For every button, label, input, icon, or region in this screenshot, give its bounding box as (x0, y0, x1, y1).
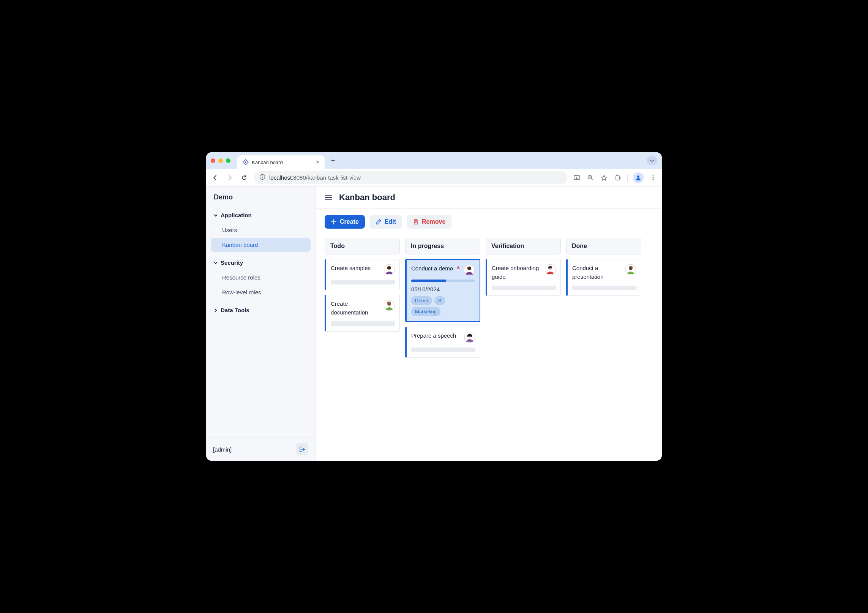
nav-group-label: Security (221, 259, 243, 266)
card-placeholder (411, 348, 475, 352)
tab-overflow-button[interactable] (647, 156, 657, 165)
svg-point-10 (653, 179, 654, 180)
flag-icon: ▲ (456, 264, 461, 270)
tag: Demo (411, 296, 432, 305)
assignee-avatar (464, 264, 475, 276)
tag: S (434, 296, 445, 305)
tab-title: Kanban board (252, 160, 283, 165)
tab-close-icon[interactable]: × (316, 159, 319, 166)
kanban-card[interactable]: Create onboarding guide (486, 259, 561, 296)
card-placeholder (331, 280, 395, 284)
reload-button[interactable] (240, 173, 249, 182)
card-title: Create documentation (331, 300, 380, 317)
create-label: Create (340, 218, 359, 225)
card-placeholder (572, 286, 636, 290)
chevron-icon (213, 308, 218, 313)
menu-toggle-icon[interactable] (325, 195, 332, 200)
remove-label: Remove (422, 218, 445, 225)
window-close[interactable] (211, 158, 215, 163)
create-button[interactable]: Create (325, 215, 365, 229)
window-controls (211, 158, 230, 163)
address-bar[interactable]: localhost:8080/kanban-task-list-view (254, 171, 567, 184)
kanban-column: VerificationCreate onboarding guide (486, 238, 561, 300)
forward-button[interactable] (225, 173, 234, 182)
nav-group-application[interactable]: Application (209, 208, 312, 222)
column-header: Todo (325, 238, 400, 254)
extensions-icon[interactable] (614, 174, 622, 182)
svg-point-3 (262, 175, 263, 176)
assignee-avatar (383, 300, 395, 311)
kanban-card[interactable]: Prepare a speech (405, 327, 480, 358)
assignee-avatar (383, 264, 395, 275)
assignee-avatar (625, 264, 636, 275)
toolbar-divider (627, 174, 628, 182)
assignee-avatar (464, 332, 475, 343)
svg-point-24 (629, 266, 633, 270)
kanban-card[interactable]: Conduct a demo▲05/10/2024DemoSMarketing (405, 259, 480, 322)
browser-tab[interactable]: Kanban board × (237, 155, 325, 169)
column-header: In progress (405, 238, 480, 254)
nav-item-users[interactable]: Users (211, 223, 311, 237)
nav-group-label: Application (221, 212, 252, 218)
main-header: Kanban board (316, 186, 662, 209)
action-toolbar: Create Edit Remove (316, 209, 662, 235)
profile-button[interactable] (633, 172, 644, 183)
card-tags: DemoSMarketing (411, 296, 475, 316)
main-content: Kanban board Create Edit Remove TodoCrea… (316, 186, 662, 461)
back-button[interactable] (211, 173, 220, 182)
nav-group-label: Data Tools (221, 307, 249, 313)
nav-group-security[interactable]: Security (209, 256, 312, 270)
nav-item-row-level-roles[interactable]: Row-level roles (211, 285, 311, 299)
card-placeholder (492, 286, 556, 290)
card-title: Create samples (331, 264, 380, 273)
tag: Marketing (411, 307, 440, 316)
url-text: localhost:8080/kanban-task-list-view (269, 174, 361, 181)
card-title: Create onboarding guide (492, 264, 541, 281)
svg-point-8 (653, 175, 654, 176)
page-title: Kanban board (339, 193, 395, 202)
window-maximize[interactable] (226, 158, 230, 163)
card-title: Prepare a speech (411, 332, 461, 340)
kanban-card[interactable]: Create documentation (325, 295, 400, 332)
edit-button[interactable]: Edit (369, 215, 402, 229)
svg-point-9 (653, 177, 654, 178)
card-title: Conduct a demo (411, 264, 453, 273)
brand-title: Demo (206, 186, 315, 207)
svg-point-7 (637, 175, 639, 178)
chevron-icon (213, 260, 218, 265)
new-tab-button[interactable]: + (328, 155, 338, 166)
kanban-column: DoneConduct a presentation (566, 238, 641, 300)
bookmark-icon[interactable] (600, 174, 608, 182)
nav-item-resource-roles[interactable]: Resource roles (211, 270, 311, 284)
plus-icon (331, 219, 337, 225)
install-app-icon[interactable] (573, 174, 581, 182)
browser-menu-icon[interactable] (649, 174, 657, 182)
current-user: [admin] (213, 446, 232, 453)
column-header: Done (566, 238, 641, 254)
sidebar: Demo ApplicationUsersKanban boardSecurit… (206, 186, 316, 461)
kanban-column: In progressConduct a demo▲05/10/2024Demo… (405, 238, 480, 362)
svg-point-1 (245, 161, 246, 163)
card-title: Conduct a presentation (572, 264, 622, 281)
nav-item-kanban-board[interactable]: Kanban board (211, 238, 311, 252)
kanban-card[interactable]: Create samples (325, 259, 400, 290)
trash-icon (413, 219, 419, 225)
nav-group-data-tools[interactable]: Data Tools (209, 303, 312, 317)
svg-rect-4 (262, 177, 262, 179)
favicon (243, 159, 249, 165)
assignee-avatar (544, 264, 556, 275)
logout-button[interactable] (296, 443, 308, 455)
kanban-board: TodoCreate samplesCreate documentationIn… (316, 235, 662, 461)
svg-point-14 (387, 302, 391, 306)
pencil-icon (376, 219, 382, 225)
progress-bar (411, 280, 475, 282)
edit-label: Edit (385, 218, 396, 225)
zoom-icon[interactable] (586, 174, 595, 182)
browser-toolbar: localhost:8080/kanban-task-list-view (206, 169, 662, 186)
sidebar-footer: [admin] (206, 438, 315, 461)
site-info-icon[interactable] (259, 174, 265, 181)
remove-button[interactable]: Remove (407, 215, 451, 229)
window-minimize[interactable] (218, 158, 223, 163)
kanban-column: TodoCreate samplesCreate documentation (325, 238, 400, 336)
kanban-card[interactable]: Conduct a presentation (566, 259, 641, 296)
